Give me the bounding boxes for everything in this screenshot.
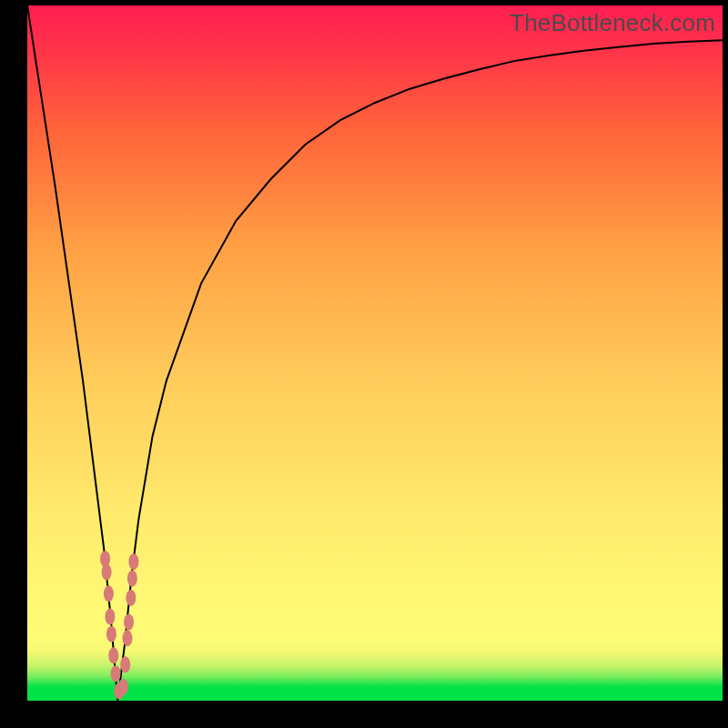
sample-dot	[105, 609, 115, 625]
sample-dot	[120, 656, 130, 672]
sample-dot	[123, 630, 133, 646]
sample-dot	[124, 614, 134, 631]
sample-dot	[106, 626, 116, 642]
sample-dot	[128, 553, 138, 570]
sample-dot	[104, 585, 114, 602]
sample-dot	[108, 647, 118, 663]
curve-layer	[27, 5, 723, 701]
sample-dot	[127, 571, 137, 587]
chart-frame: TheBottleneck.com	[0, 0, 728, 728]
plot-area: TheBottleneck.com	[27, 5, 723, 701]
sample-dot	[126, 590, 136, 606]
sample-dot	[102, 564, 112, 581]
sample-dot	[118, 679, 128, 695]
sample-dot	[111, 665, 121, 682]
sample-dots-group	[100, 551, 138, 699]
